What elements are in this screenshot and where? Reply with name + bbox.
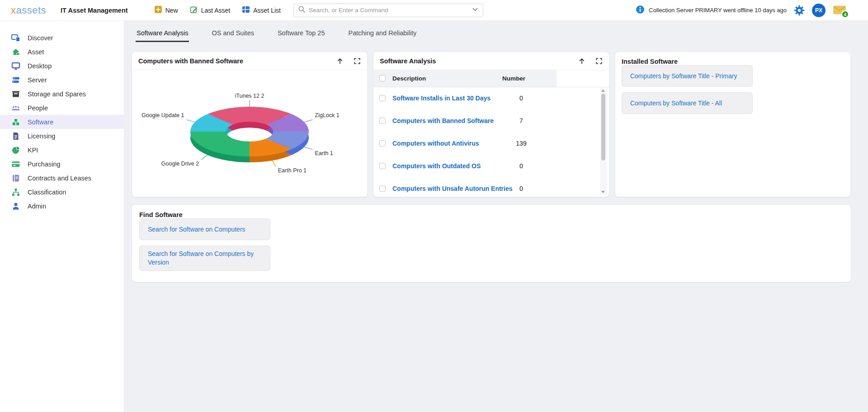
logo-assets: assets (16, 5, 47, 16)
column-header-number[interactable]: Number (502, 75, 525, 82)
storage-box-icon (11, 90, 20, 99)
row-checkbox[interactable] (379, 140, 386, 147)
svg-text:iTunes 12 2: iTunes 12 2 (235, 93, 264, 99)
table-header: Description Number (373, 70, 609, 87)
cubes-icon (11, 118, 20, 127)
row-link[interactable]: Computers with Unsafe Autorun Entries (392, 185, 513, 192)
computers-by-software-title-all-button[interactable]: Computers by Software Title - All (622, 92, 753, 114)
scroll-up-arrow[interactable] (601, 90, 605, 92)
table-scrollbar[interactable] (600, 88, 607, 195)
row-number: 7 (502, 117, 540, 124)
row-checkbox[interactable] (379, 185, 386, 192)
table-row: Software Installs in Last 30 Days 0 (373, 87, 609, 110)
card-title: Find Software (139, 211, 844, 218)
sidebar-item-label: Classification (28, 189, 66, 196)
row-checkbox[interactable] (379, 118, 386, 124)
export-up-arrow-icon[interactable] (578, 57, 586, 65)
svg-text:ZigLock 1: ZigLock 1 (315, 112, 340, 118)
sidebar-item-label: People (28, 104, 48, 112)
sidebar-item-discover[interactable]: Discover (0, 31, 124, 45)
sidebar-item-label: Storage and Spares (28, 90, 86, 98)
new-button[interactable]: New (154, 5, 178, 15)
plus-icon (154, 5, 162, 15)
computers-by-software-title-primary-button[interactable]: Computers by Software Title - Primary (622, 65, 753, 87)
row-number: 0 (502, 162, 540, 170)
user-avatar[interactable]: PX (812, 4, 826, 17)
table-row: Computers with Banned Software 7 (373, 110, 609, 133)
row-link[interactable]: Computers without Antivirus (392, 140, 479, 147)
search-software-on-computers-by-version-button[interactable]: Search for Software on Computers by Vers… (139, 246, 270, 271)
sidebar-item-storage-and-spares[interactable]: Storage and Spares (0, 87, 124, 101)
tab-os-and-suites[interactable]: OS and Suites (211, 28, 255, 42)
card-title: Computers with Banned Software (138, 57, 243, 65)
sidebar-item-licensing[interactable]: Licensing (0, 129, 124, 143)
xassets-logo[interactable]: xassets (11, 5, 46, 16)
column-header-description[interactable]: Description (392, 75, 426, 82)
tree-icon (11, 188, 20, 197)
sidebar-item-server[interactable]: Server (0, 73, 124, 87)
installed-software-card: Installed Software Computers by Software… (615, 52, 851, 197)
sidebar-item-kpi[interactable]: KPI (0, 143, 124, 157)
row-checkbox[interactable] (379, 95, 386, 101)
chevron-down-icon[interactable] (472, 6, 479, 15)
row-link[interactable]: Software Installs in Last 30 Days (392, 95, 491, 102)
export-up-arrow-icon[interactable] (336, 57, 344, 65)
sidebar-item-desktop[interactable]: Desktop (0, 59, 124, 73)
last-asset-button[interactable]: Last Asset (190, 5, 231, 15)
tab-software-analysis[interactable]: Software Analysis (136, 28, 189, 42)
sidebar-item-label: Desktop (28, 62, 52, 70)
tab-patching-and-reliability[interactable]: Patching and Reliability (347, 28, 417, 42)
scroll-down-arrow[interactable] (601, 191, 605, 193)
logo-x: x (11, 5, 16, 16)
banned-software-donut-chart: iTunes 12 2ZigLock 1Earth 1Earth Pro 1Go… (132, 70, 367, 197)
sidebar-item-label: Discover (28, 34, 53, 42)
asset-list-button-label: Asset List (253, 7, 281, 14)
find-software-card: Find Software Search for Software on Com… (132, 204, 851, 282)
software-analysis-card-header: Software Analysis (373, 52, 609, 70)
card-header-icons (578, 57, 603, 65)
row-checkbox[interactable] (379, 163, 386, 169)
svg-text:Earth Pro 1: Earth Pro 1 (278, 167, 307, 174)
settings-gear-icon[interactable] (794, 5, 805, 16)
table-row: Computers with Outdated OS 0 (373, 155, 609, 178)
top-bar: xassets IT Asset Management New Last Ass… (0, 0, 868, 21)
sidebar-item-label: Asset (28, 48, 44, 56)
expand-icon[interactable] (595, 57, 603, 65)
banned-software-chart-area: iTunes 12 2ZigLock 1Earth 1Earth Pro 1Go… (132, 70, 367, 199)
sidebar-item-software[interactable]: Software (0, 115, 124, 129)
credit-card-icon (11, 160, 20, 169)
sidebar-item-classification[interactable]: Classification (0, 185, 124, 199)
asset-list-button[interactable]: Asset List (242, 5, 281, 15)
devices-icon (11, 33, 20, 43)
sidebar-item-label: Purchasing (28, 161, 61, 168)
search-software-on-computers-button[interactable]: Search for Software on Computers (139, 218, 270, 240)
edit-icon (190, 5, 198, 15)
card-title: Software Analysis (380, 57, 436, 65)
row-link[interactable]: Computers with Outdated OS (392, 162, 481, 170)
expand-icon[interactable] (354, 57, 361, 65)
sidebar-item-purchasing[interactable]: Purchasing (0, 157, 124, 171)
row-number: 0 (502, 95, 540, 102)
row-link[interactable]: Computers with Banned Software (392, 117, 494, 124)
messages-button[interactable]: 4 (833, 5, 846, 16)
sidebar-item-admin[interactable]: Admin (0, 199, 124, 213)
sidebar-item-people[interactable]: People (0, 101, 124, 115)
card-header-icons (336, 57, 361, 65)
notification-banner[interactable]: Collection Server PRIMARY went offline 1… (636, 5, 787, 15)
sidebar-item-label: Contracts and Leases (28, 175, 91, 182)
topbar-right-cluster: Collection Server PRIMARY went offline 1… (636, 4, 846, 17)
select-all-checkbox[interactable] (379, 75, 386, 81)
sidebar-item-asset[interactable]: Asset (0, 45, 124, 59)
person-icon (11, 202, 20, 211)
tab-software-top-25[interactable]: Software Top 25 (277, 28, 326, 42)
server-icon (11, 76, 20, 85)
search-input[interactable] (309, 7, 472, 14)
software-analysis-card: Software Analysis Description Number Sof… (373, 52, 609, 197)
sidebar-item-label: Software (28, 118, 53, 126)
scrollbar-thumb[interactable] (601, 94, 605, 161)
command-search (293, 4, 483, 17)
svg-text:Google Drive 2: Google Drive 2 (161, 161, 199, 167)
app-title: IT Asset Management (61, 7, 128, 14)
main-content: Software Analysis OS and Suites Software… (125, 21, 868, 412)
sidebar-item-contracts-and-leases[interactable]: Contracts and Leases (0, 171, 124, 185)
